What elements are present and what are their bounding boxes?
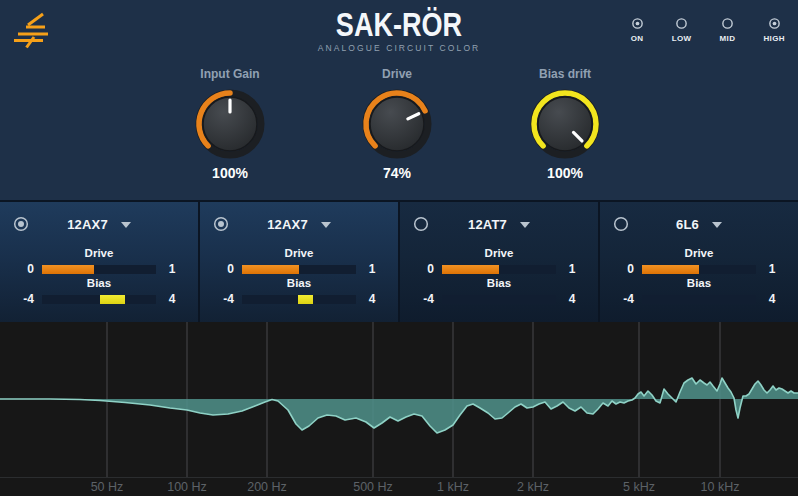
bias-min-value: -4	[200, 292, 234, 306]
input-gain-value: 100%	[165, 165, 295, 181]
tube-select[interactable]: 12AX7	[0, 216, 198, 233]
channel-strip-1: 12AX7 Drive 0 1 Bias -4 4	[0, 202, 198, 322]
bias-drift-knob-group: Bias drift 100%	[500, 67, 630, 181]
drive-knob-group: Drive 74%	[332, 67, 462, 181]
bias-slider[interactable]	[42, 295, 156, 304]
mode-label: HIGH	[763, 34, 785, 43]
svg-text:200 Hz: 200 Hz	[247, 480, 287, 494]
input-gain-knob[interactable]	[192, 86, 268, 162]
brand-logo-icon	[10, 8, 54, 56]
bias-slider[interactable]	[242, 295, 356, 304]
drive-slider-label: Drive	[0, 247, 198, 259]
mode-label: ON	[631, 34, 644, 43]
tube-name: 6L6	[676, 217, 699, 232]
bias-slider[interactable]	[442, 295, 556, 304]
svg-text:5 kHz: 5 kHz	[623, 480, 655, 494]
svg-text:100 Hz: 100 Hz	[167, 480, 207, 494]
bias-slider-label: Bias	[0, 277, 198, 289]
bias-drift-knob[interactable]	[527, 86, 603, 162]
drive-slider[interactable]	[642, 265, 756, 274]
mode-label: LOW	[672, 34, 692, 43]
bias-min-value: -4	[400, 292, 434, 306]
page-title: SAK-RÖR	[336, 8, 462, 42]
drive-max-value: 1	[361, 262, 383, 276]
bias-max-value: 4	[361, 292, 383, 306]
tube-name: 12AX7	[267, 217, 308, 232]
radio-icon	[631, 17, 644, 30]
plugin-window: SAK-RÖR ANALOGUE CIRCUIT COLOR ON LOW	[0, 0, 798, 496]
tube-name: 12AT7	[468, 217, 507, 232]
tube-name: 12AX7	[67, 217, 108, 232]
drive-slider[interactable]	[442, 265, 556, 274]
mode-label: MID	[720, 34, 736, 43]
bias-slider-label: Bias	[200, 277, 398, 289]
drive-min-value: 0	[400, 262, 434, 276]
channel-strip-3: 12AT7 Drive 0 1 Bias -4 4	[398, 202, 598, 322]
bias-max-value: 4	[761, 292, 783, 306]
drive-max-value: 1	[561, 262, 583, 276]
radio-icon	[675, 17, 688, 30]
svg-text:2 kHz: 2 kHz	[517, 480, 549, 494]
bias-max-value: 4	[161, 292, 183, 306]
bias-fill	[100, 295, 125, 304]
page-subtitle: ANALOGUE CIRCUIT COLOR	[0, 43, 798, 53]
svg-text:10 kHz: 10 kHz	[701, 480, 740, 494]
mode-group: ON LOW MID HIG	[631, 17, 785, 43]
drive-fill	[242, 265, 299, 274]
chevron-down-icon	[712, 222, 722, 228]
drive-fill	[42, 265, 94, 274]
drive-slider[interactable]	[42, 265, 156, 274]
bias-max-value: 4	[561, 292, 583, 306]
tube-select[interactable]: 12AX7	[200, 216, 398, 233]
bias-slider-label: Bias	[400, 277, 598, 289]
channel-strip-2: 12AX7 Drive 0 1 Bias -4 4	[198, 202, 398, 322]
chevron-down-icon	[321, 222, 331, 228]
drive-max-value: 1	[161, 262, 183, 276]
mode-mid-radio[interactable]: MID	[720, 17, 736, 43]
frequency-response-plot: 50 Hz100 Hz200 Hz500 Hz1 kHz2 kHz5 kHz10…	[0, 322, 798, 496]
tube-select[interactable]: 12AT7	[400, 216, 598, 233]
bias-slider-label: Bias	[600, 277, 798, 289]
input-gain-knob-group: Input Gain 100%	[165, 67, 295, 181]
drive-slider[interactable]	[242, 265, 356, 274]
radio-icon	[721, 17, 734, 30]
drive-slider-label: Drive	[200, 247, 398, 259]
bias-min-value: -4	[0, 292, 34, 306]
channel-strip-4: 6L6 Drive 0 1 Bias -4 4	[598, 202, 798, 322]
drive-slider-label: Drive	[600, 247, 798, 259]
radio-icon	[768, 17, 781, 30]
drive-label: Drive	[332, 67, 462, 81]
chevron-down-icon	[520, 222, 530, 228]
bias-drift-label: Bias drift	[500, 67, 630, 81]
mode-high-radio[interactable]: HIGH	[763, 17, 785, 43]
drive-fill	[442, 265, 499, 274]
svg-text:500 Hz: 500 Hz	[353, 480, 393, 494]
header: SAK-RÖR ANALOGUE CIRCUIT COLOR ON LOW	[0, 0, 798, 200]
chevron-down-icon	[121, 222, 131, 228]
mode-on-radio[interactable]: ON	[631, 17, 644, 43]
svg-text:50 Hz: 50 Hz	[91, 480, 124, 494]
drive-slider-label: Drive	[400, 247, 598, 259]
input-gain-label: Input Gain	[165, 67, 295, 81]
bias-slider[interactable]	[642, 295, 756, 304]
bias-min-value: -4	[600, 292, 634, 306]
drive-min-value: 0	[600, 262, 634, 276]
channels-section: 12AX7 Drive 0 1 Bias -4 4 12AX7	[0, 200, 798, 322]
svg-text:1 kHz: 1 kHz	[437, 480, 469, 494]
tube-select[interactable]: 6L6	[600, 216, 798, 233]
bias-fill	[298, 295, 313, 304]
bias-drift-value: 100%	[500, 165, 630, 181]
mode-low-radio[interactable]: LOW	[672, 17, 692, 43]
drive-min-value: 0	[200, 262, 234, 276]
drive-max-value: 1	[761, 262, 783, 276]
drive-min-value: 0	[0, 262, 34, 276]
drive-fill	[642, 265, 699, 274]
frequency-response-chart: 50 Hz100 Hz200 Hz500 Hz1 kHz2 kHz5 kHz10…	[0, 322, 798, 496]
drive-value: 74%	[332, 165, 462, 181]
drive-knob[interactable]	[359, 86, 435, 162]
